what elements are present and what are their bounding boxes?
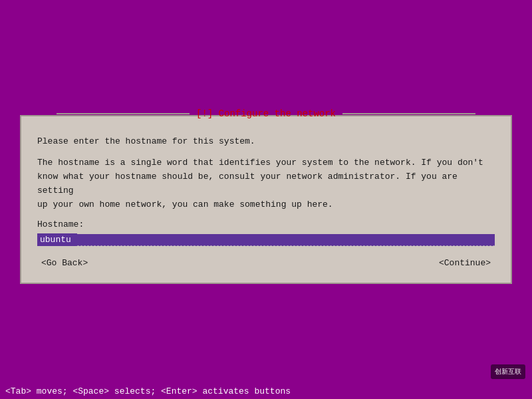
status-bar-text: <Tab> moves; <Space> selects; <Enter> ac… <box>5 386 291 396</box>
description-block: The hostname is a single word that ident… <box>37 156 495 211</box>
hostname-input-rest[interactable] <box>77 234 495 246</box>
title-line-right <box>342 113 475 114</box>
continue-button[interactable]: <Continue> <box>435 257 495 269</box>
dialog-title: [!] Configure the network <box>194 108 338 119</box>
dialog-title-bar: [!] Configure the network <box>57 108 475 119</box>
description-line4: up your own home network, you can make s… <box>37 200 333 209</box>
dialog-body: Please enter the hostname for this syste… <box>37 135 495 270</box>
hostname-input-row: ubuntu <box>37 233 495 246</box>
watermark: 创新互联 <box>491 364 525 379</box>
title-line-left <box>57 113 190 114</box>
hostname-input-value[interactable]: ubuntu <box>37 233 77 246</box>
status-bar: <Tab> moves; <Space> selects; <Enter> ac… <box>0 384 532 399</box>
hostname-label: Hostname: <box>37 219 495 229</box>
button-row: <Go Back> <Continue> <box>37 257 495 269</box>
description-line3: know what your hostname should be, consu… <box>37 172 458 196</box>
description-line1: Please enter the hostname for this syste… <box>37 135 495 149</box>
go-back-button[interactable]: <Go Back> <box>37 257 92 269</box>
description-line2: The hostname is a single word that ident… <box>37 158 483 168</box>
dialog-box: [!] Configure the network Please enter t… <box>20 115 512 285</box>
watermark-text: 创新互联 <box>495 368 521 375</box>
